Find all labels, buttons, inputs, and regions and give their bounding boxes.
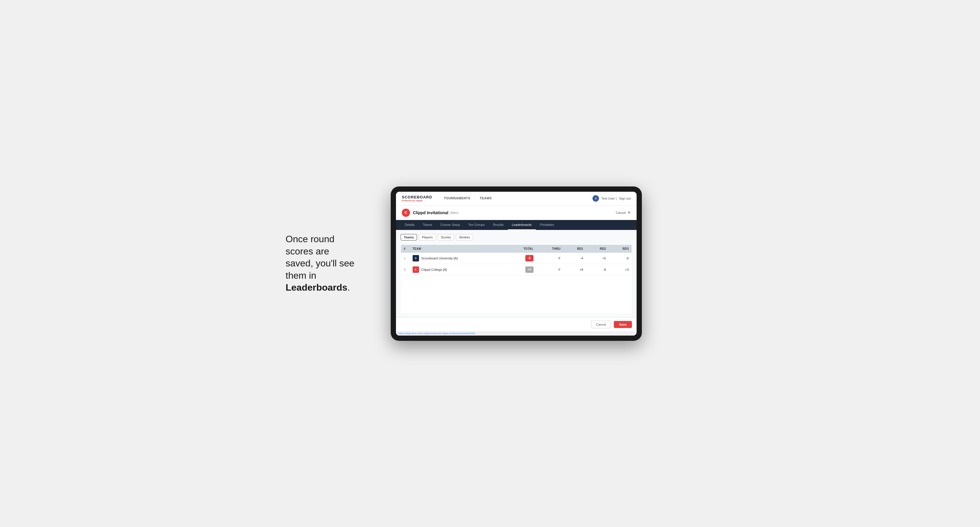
thru-1: F [536, 253, 563, 264]
filter-buttons: Teams Players Scores Strokes [401, 234, 632, 240]
table-row: 1 S Scoreboard University [A] -5 F [401, 253, 632, 264]
logo-text: SCOREBOARD [402, 195, 432, 199]
nav-items: TOURNAMENTS TEAMS [439, 192, 592, 206]
content-area: Teams Players Scores Strokes # TEAM TOTA… [396, 230, 636, 317]
rd1-2: +8 [563, 264, 586, 275]
leaderboard-table: # TEAM TOTAL THRU RD1 RD2 RD3 1 [401, 244, 632, 313]
footer-area: Cancel Save [396, 317, 636, 331]
team-name-1: S Scoreboard University [A] [410, 253, 507, 264]
filter-teams[interactable]: Teams [401, 234, 417, 240]
col-thru: THRU [536, 244, 563, 253]
rd2-2: -8 [586, 264, 609, 275]
filter-players[interactable]: Players [419, 234, 436, 240]
tab-details[interactable]: Details [401, 220, 419, 230]
col-team: TEAM [410, 244, 507, 253]
team-name-2: C Clippd College [A] [410, 264, 507, 275]
rank-1: 1 [401, 253, 410, 264]
total-1: -5 [506, 253, 536, 264]
col-rd1: RD1 [563, 244, 586, 253]
tournament-icon: C [402, 209, 410, 217]
tab-printables[interactable]: Printables [536, 220, 558, 230]
team-logo-2: C [413, 267, 419, 273]
nav-right: S Test User | Sign out [592, 195, 631, 202]
tablet-device: SCOREBOARD Powered by clippd TOURNAMENTS… [391, 186, 642, 341]
logo-powered: Powered by clippd [402, 199, 432, 202]
user-name: Test User | [601, 197, 616, 200]
team-logo-1: S [413, 255, 419, 262]
col-rd3: RD3 [609, 244, 632, 253]
top-navigation: SCOREBOARD Powered by clippd TOURNAMENTS… [396, 192, 636, 206]
table-row: 2 C Clippd College [A] +3 F [401, 264, 632, 275]
rd2-1: +5 [586, 253, 609, 264]
rank-2: 2 [401, 264, 410, 275]
filter-scores[interactable]: Scores [438, 234, 454, 240]
cancel-button[interactable]: Cancel [591, 321, 611, 328]
nav-tournaments[interactable]: TOURNAMENTS [439, 192, 475, 206]
sign-out-link[interactable]: Sign out [619, 197, 631, 200]
score-badge-1: -5 [525, 255, 533, 262]
rd3-2: +3 [609, 264, 632, 275]
tournament-cancel-button[interactable]: Cancel ✕ [616, 210, 631, 215]
col-rd2: RD2 [586, 244, 609, 253]
close-icon: ✕ [628, 210, 631, 215]
score-badge-2: +3 [525, 267, 533, 273]
tournament-title: Clippd Invitational [413, 210, 448, 215]
side-description: Once round scores are saved, you'll see … [286, 233, 373, 294]
filter-strokes[interactable]: Strokes [456, 234, 473, 240]
rd1-1: -4 [563, 253, 586, 264]
total-2: +3 [506, 264, 536, 275]
tab-teams[interactable]: Teams [419, 220, 436, 230]
tab-course-setup[interactable]: Course Setup [436, 220, 464, 230]
rd3-1: -6 [609, 253, 632, 264]
tablet-screen: SCOREBOARD Powered by clippd TOURNAMENTS… [396, 192, 636, 336]
url-bar: https://stage-blue-coach.stagescoreboard… [396, 331, 636, 336]
tab-tee-groups[interactable]: Tee Groups [464, 220, 489, 230]
tab-results[interactable]: Results [489, 220, 508, 230]
user-avatar: S [592, 195, 599, 202]
logo-area: SCOREBOARD Powered by clippd [402, 195, 432, 202]
save-button[interactable]: Save [614, 321, 632, 328]
sub-tabs-bar: Details Teams Course Setup Tee Groups Re… [396, 220, 636, 230]
tournament-subtitle: (Men) [450, 211, 458, 214]
tab-leaderboards[interactable]: Leaderboards [508, 220, 536, 230]
nav-teams[interactable]: TEAMS [475, 192, 496, 206]
col-total: TOTAL [506, 244, 536, 253]
col-rank: # [401, 244, 410, 253]
thru-2: F [536, 264, 563, 275]
tournament-header: C Clippd Invitational (Men) Cancel ✕ [396, 206, 636, 220]
spacer-row [401, 275, 632, 313]
